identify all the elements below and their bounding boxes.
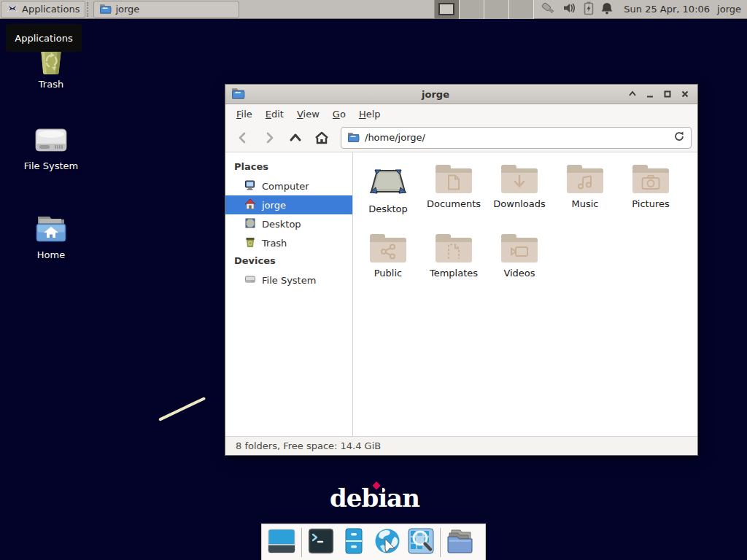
forward-button[interactable] bbox=[258, 128, 281, 148]
folder-window-icon bbox=[99, 3, 112, 16]
menu-view[interactable]: View bbox=[290, 106, 326, 122]
tooltip-text: Applications bbox=[15, 33, 72, 44]
taskbar-window-button[interactable]: jorge bbox=[93, 1, 239, 18]
up-button[interactable] bbox=[284, 128, 307, 148]
close-button[interactable] bbox=[678, 88, 692, 101]
taskbar-window-label: jorge bbox=[115, 4, 139, 15]
maximize-button[interactable] bbox=[661, 88, 674, 101]
bottom-dock bbox=[261, 524, 486, 560]
file-item-label: Desktop bbox=[368, 203, 408, 214]
sidebar-devices-header: Devices bbox=[225, 252, 352, 271]
sidebar-item-jorge[interactable]: jorge bbox=[225, 195, 352, 214]
folder-icon-videos bbox=[501, 238, 538, 262]
panel-drag-handle[interactable] bbox=[87, 2, 91, 17]
shade-button[interactable] bbox=[626, 88, 639, 101]
folder-icon-documents bbox=[436, 168, 472, 193]
back-button[interactable] bbox=[231, 128, 255, 148]
volume-icon[interactable] bbox=[562, 1, 577, 17]
file-item-downloads[interactable]: Downloads bbox=[487, 163, 552, 214]
home-folder-icon bbox=[15, 214, 88, 246]
applications-tooltip: Applications bbox=[6, 24, 82, 52]
folder-icon-templates bbox=[436, 238, 472, 262]
sidebar-item-label: Computer bbox=[262, 181, 309, 192]
workspace-4[interactable] bbox=[509, 0, 534, 19]
folder-icon-downloads bbox=[501, 168, 538, 193]
sidebar-item-file-system[interactable]: File System bbox=[225, 271, 352, 289]
panel-username[interactable]: jorge bbox=[714, 4, 747, 15]
computer-icon bbox=[244, 179, 256, 193]
file-item-documents[interactable]: Documents bbox=[421, 163, 487, 214]
desktop-special-icon bbox=[369, 167, 407, 198]
trash-mini-icon bbox=[244, 236, 256, 250]
workspace-switcher[interactable] bbox=[434, 0, 534, 19]
minimize-button[interactable] bbox=[643, 88, 657, 101]
sidebar-item-desktop[interactable]: Desktop bbox=[225, 214, 352, 233]
file-item-desktop[interactable]: Desktop bbox=[355, 163, 421, 214]
file-item-label: Pictures bbox=[632, 198, 669, 209]
sidebar-item-label: jorge bbox=[262, 200, 286, 211]
applications-menu-button[interactable]: Applications bbox=[1, 1, 85, 18]
menu-edit[interactable]: Edit bbox=[259, 106, 290, 122]
applications-menu-label: Applications bbox=[22, 4, 80, 15]
desktop-icon-file-system[interactable]: File System bbox=[15, 126, 88, 171]
show-desktop-icon[interactable] bbox=[267, 527, 296, 557]
window-title: jorge bbox=[249, 89, 622, 100]
system-tray bbox=[534, 1, 619, 18]
reload-icon[interactable] bbox=[673, 131, 685, 144]
desktop-icon-label: Trash bbox=[15, 79, 88, 90]
window-folder-icon bbox=[231, 87, 245, 101]
battery-charging-icon[interactable] bbox=[584, 1, 594, 18]
terminal-icon[interactable] bbox=[307, 527, 335, 557]
desktop-mini-icon bbox=[244, 217, 256, 231]
debian-wallpaper-logo: debian bbox=[330, 483, 425, 516]
sidebar-item-label: Desktop bbox=[262, 219, 301, 230]
window-titlebar[interactable]: jorge bbox=[225, 85, 697, 104]
removable-media-icon[interactable] bbox=[540, 1, 556, 18]
file-item-label: Documents bbox=[427, 198, 481, 209]
file-manager-window: jorge File Edit View Go Help bbox=[225, 84, 698, 456]
menu-help[interactable]: Help bbox=[352, 106, 387, 122]
file-item-videos[interactable]: Videos bbox=[487, 232, 552, 279]
folder-icon-public bbox=[370, 238, 406, 262]
clock[interactable]: Sun 25 Apr, 10:06 bbox=[619, 4, 714, 15]
folder-icon-pictures bbox=[632, 168, 669, 193]
file-item-pictures[interactable]: Pictures bbox=[618, 163, 684, 214]
path-folder-icon bbox=[347, 131, 360, 144]
sidebar: Places Computer bbox=[225, 152, 353, 436]
xfce-logo-icon bbox=[7, 2, 18, 16]
menu-go[interactable]: Go bbox=[326, 106, 352, 122]
dock-separator bbox=[440, 528, 441, 557]
workspace-2[interactable] bbox=[460, 0, 484, 19]
home-button[interactable] bbox=[310, 128, 333, 148]
sidebar-item-computer[interactable]: Computer bbox=[225, 176, 352, 195]
hard-drive-icon bbox=[15, 126, 88, 157]
directory-menu-icon[interactable] bbox=[446, 527, 476, 557]
sidebar-item-trash[interactable]: Trash bbox=[225, 233, 352, 252]
workspace-1[interactable] bbox=[435, 0, 460, 19]
top-panel: Applications jorge bbox=[0, 0, 747, 19]
sidebar-places-header: Places bbox=[225, 158, 352, 176]
sidebar-item-label: File System bbox=[262, 275, 316, 286]
file-item-label: Videos bbox=[503, 268, 535, 279]
web-browser-globe-icon[interactable] bbox=[373, 527, 402, 557]
desktop-icon-home[interactable]: Home bbox=[15, 214, 88, 260]
desktop-icon-label: Home bbox=[15, 249, 88, 260]
file-item-music[interactable]: Music bbox=[552, 163, 618, 214]
menu-file[interactable]: File bbox=[230, 106, 259, 122]
file-cabinet-icon[interactable] bbox=[340, 527, 368, 557]
file-item-label: Public bbox=[374, 268, 402, 279]
path-input[interactable]: /home/jorge/ bbox=[365, 132, 668, 143]
app-finder-icon[interactable] bbox=[407, 527, 435, 557]
file-list-area[interactable]: Desktop Documents bbox=[353, 152, 697, 436]
file-item-public[interactable]: Public bbox=[355, 232, 421, 279]
statusbar-text: 8 folders, Free space: 14.4 GiB bbox=[236, 440, 381, 451]
drive-mini-icon bbox=[244, 273, 256, 287]
stray-line-artifact bbox=[158, 397, 206, 421]
sidebar-item-label: Trash bbox=[262, 238, 287, 249]
file-item-templates[interactable]: Templates bbox=[421, 232, 487, 279]
file-item-label: Templates bbox=[430, 268, 478, 279]
workspace-3[interactable] bbox=[484, 0, 509, 19]
notifications-bell-icon[interactable] bbox=[600, 1, 614, 18]
path-bar[interactable]: /home/jorge/ bbox=[341, 127, 692, 149]
toolbar: /home/jorge/ bbox=[225, 123, 697, 152]
